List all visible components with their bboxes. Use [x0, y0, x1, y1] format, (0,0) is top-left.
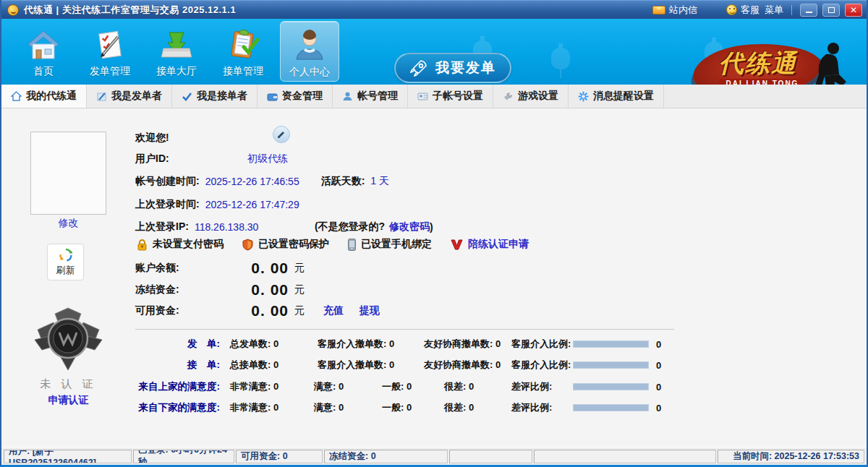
status-empty-cell — [534, 450, 716, 463]
stat-value: 0 — [469, 402, 474, 413]
maximize-button[interactable] — [822, 4, 840, 17]
clipboard-check-icon — [226, 27, 260, 63]
tab-account-mgmt[interactable]: 帐号管理 — [333, 85, 408, 108]
nav-item-order-post-mgmt[interactable]: 发单管理 — [80, 21, 140, 82]
modify-avatar-link[interactable]: 修改 — [59, 217, 79, 228]
pencil-small-icon — [96, 91, 107, 102]
menu-button[interactable]: 菜单 — [765, 4, 783, 17]
tab-funds-mgmt[interactable]: 资金管理 — [258, 85, 333, 108]
tab-my-dailiantong[interactable]: 我的代练通 — [1, 85, 87, 108]
escort-cert-link: 陪练认证申请 — [468, 238, 529, 251]
statusbar: 用户: [新手USR2025122604462] 已登录: 0小时6分钟24秒 … — [1, 447, 867, 465]
minimize-icon — [806, 12, 812, 13]
user-id-label: 用户ID: — [135, 153, 247, 166]
nav-item-order-take-mgmt[interactable]: 接单管理 — [213, 21, 273, 82]
rocket-icon — [409, 59, 428, 77]
tab-game-settings[interactable]: 游戏设置 — [493, 85, 569, 108]
status-frozen-funds: 冻结资金: 0 — [324, 450, 448, 463]
stats-row-label: 来自下家的满意度: — [135, 401, 220, 414]
nav-item-home[interactable]: 首页 — [14, 21, 73, 82]
ratio-value: 0 — [656, 339, 661, 350]
user-id-line: 用户ID: 初级代练 — [135, 152, 288, 166]
phone-icon — [348, 239, 356, 251]
pay-password-label: 未设置支付密码 — [153, 238, 224, 251]
status-logged-duration: 已登录: 0小时6分钟24秒 — [133, 450, 234, 463]
stat-value: 0 — [339, 402, 344, 413]
stat-value: 0 — [389, 359, 394, 370]
tab-i-am-taker[interactable]: 我是接单者 — [172, 85, 258, 108]
escort-cert-item[interactable]: 陪练认证申请 — [451, 238, 529, 251]
balance-label: 账户余额: — [135, 262, 237, 275]
avatar — [30, 132, 106, 215]
last-ip-label: 上次登录IP: — [135, 220, 189, 234]
not-you-close: ) — [430, 221, 433, 233]
stat-value: 0 — [339, 381, 344, 392]
last-ip-value: 118.26.138.30 — [195, 221, 296, 233]
available-value: 0. 00 — [237, 302, 289, 320]
stat-value: 0 — [495, 359, 501, 370]
frozen-label: 冻结资金: — [135, 283, 237, 296]
phone-bind-status: 已设置手机绑定 — [348, 238, 432, 251]
stats-row-posted: 发 单: 总发单数: 0 客服介入撤单数: 0 友好协商撤单数: 0 客服介入比… — [135, 337, 661, 351]
tab-label: 我的代练通 — [26, 90, 77, 103]
welcome-line: 欢迎您! — [135, 131, 169, 145]
ratio-label: 差评比例: — [511, 401, 573, 414]
tab-label: 游戏设置 — [518, 90, 558, 103]
id-card-small-icon — [417, 91, 428, 102]
active-days-label: 活跃天数: — [321, 175, 365, 188]
stat-label: 客服介入撤单数: — [318, 338, 386, 349]
tab-message-alert-settings[interactable]: 消息提醒设置 — [569, 85, 664, 108]
customer-service-button[interactable]: 客服 — [726, 4, 760, 17]
lock-icon — [137, 239, 148, 251]
refresh-button[interactable]: 刷新 — [47, 244, 84, 280]
check-small-icon — [182, 91, 192, 102]
account-created-line: 帐号创建时间: 2025-12-26 17:46:55 活跃天数: 1 天 — [135, 174, 389, 189]
home-small-icon — [11, 91, 22, 102]
recharge-link[interactable]: 充值 — [323, 304, 344, 317]
stat-label: 很差: — [444, 402, 466, 413]
titlebar-separator — [791, 5, 792, 15]
post-order-button[interactable]: 我要发单 — [394, 53, 511, 83]
stat-value: 0 — [407, 402, 412, 413]
edit-nickname-button[interactable] — [273, 126, 290, 143]
not-you-text: (不是您登录的? — [315, 220, 385, 234]
stats-row-taken: 接 单: 总接单数: 0 客服介入撤单数: 0 友好协商撤单数: 0 客服介入比… — [135, 358, 661, 372]
last-ip-line: 上次登录IP: 118.26.138.30 (不是您登录的? 修改密码 ) — [135, 220, 433, 234]
pencil-icon — [277, 130, 286, 139]
close-button[interactable]: ✕ — [845, 4, 862, 17]
stat-label: 总发单数: — [230, 338, 271, 349]
balance-value: 0. 00 — [237, 260, 289, 277]
nav-label-home: 首页 — [33, 65, 54, 78]
balance-row: 账户余额: 0. 00 元 — [135, 259, 305, 278]
stat-label: 满意: — [314, 381, 336, 392]
nav-item-order-hall[interactable]: 接单大厅 — [147, 21, 206, 82]
password-protect-status: 已设置密码保护 — [242, 238, 329, 251]
refresh-icon — [59, 248, 73, 262]
brand-logo: 代练通 DAI LIAN TONG — [693, 41, 849, 85]
stat-label: 满意: — [314, 402, 336, 413]
balance-unit: 元 — [294, 262, 305, 275]
apply-certification-link[interactable]: 申请认证 — [48, 394, 89, 406]
tab-label: 消息提醒设置 — [593, 90, 654, 103]
inbox-label: 站内信 — [669, 4, 697, 17]
withdraw-link[interactable]: 提现 — [359, 304, 380, 317]
stat-value: 0 — [407, 381, 412, 392]
inbox-button[interactable]: 站内信 — [652, 4, 697, 17]
created-label: 帐号创建时间: — [135, 175, 200, 188]
status-user: 用户: [新手USR2025122604462] — [4, 450, 132, 463]
ratio-value: 0 — [656, 360, 661, 371]
tab-i-am-poster[interactable]: 我是发单者 — [87, 85, 172, 108]
stat-value: 0 — [389, 338, 394, 349]
stats-row-label: 发 单: — [135, 338, 220, 351]
ratio-label: 差评比例: — [511, 380, 573, 393]
nav-label-personal-center: 个人中心 — [289, 66, 330, 79]
tab-subaccount-settings[interactable]: 子帐号设置 — [408, 85, 493, 108]
active-days-value: 1 天 — [370, 175, 389, 188]
minimize-button[interactable] — [800, 4, 817, 17]
change-password-link[interactable]: 修改密码 — [389, 220, 430, 234]
status-current-time: 当前时间: 2025-12-26 17:53:53 — [718, 450, 864, 463]
user-level-link[interactable]: 初级代练 — [247, 153, 288, 166]
user-small-icon — [342, 91, 353, 102]
shield-icon — [242, 239, 253, 251]
nav-item-personal-center[interactable]: 个人中心 — [280, 21, 339, 82]
